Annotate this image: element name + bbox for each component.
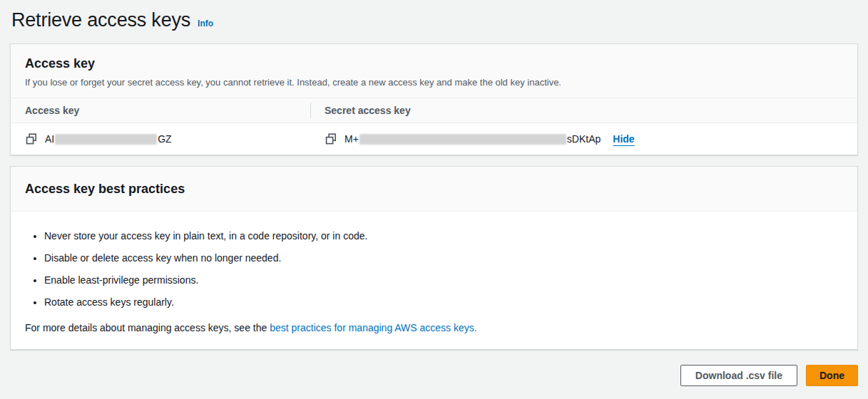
access-key-card-title: Access key xyxy=(25,56,843,71)
page-header: Retrieve access keys Info xyxy=(10,0,858,43)
secret-access-key-value: M+sDKtAp xyxy=(344,133,601,145)
best-practice-item: Enable least-privilege permissions. xyxy=(44,274,843,286)
access-key-card: Access key If you lose or forget your se… xyxy=(10,43,858,155)
best-practices-list: Never store your access key in plain tex… xyxy=(25,229,843,309)
best-practices-link[interactable]: best practices for managing AWS access k… xyxy=(270,322,477,333)
copy-secret-key-icon[interactable] xyxy=(325,133,337,145)
hide-secret-key-link[interactable]: Hide xyxy=(613,133,634,145)
best-practices-card-title: Access key best practices xyxy=(25,182,843,197)
more-details-prefix: For more details about managing access k… xyxy=(25,322,270,333)
key-table-header: Access key Secret access key xyxy=(11,98,857,123)
best-practices-card: Access key best practices Never store yo… xyxy=(10,166,858,350)
best-practice-item: Rotate access keys regularly. xyxy=(44,296,843,309)
best-practice-item: Never store your access key in plain tex… xyxy=(44,229,843,242)
copy-access-key-icon[interactable] xyxy=(25,133,38,145)
access-key-cell: AIGZ xyxy=(11,123,310,155)
best-practices-card-header: Access key best practices xyxy=(11,167,857,212)
secret-key-suffix: sDKtAp xyxy=(567,133,601,145)
access-key-prefix: AI xyxy=(45,133,54,145)
access-key-card-description: If you lose or forget your secret access… xyxy=(25,76,843,88)
secret-key-redacted-bar xyxy=(359,134,566,145)
page-title: Retrieve access keys xyxy=(11,9,190,31)
access-key-value: AIGZ xyxy=(45,133,172,145)
done-button[interactable]: Done xyxy=(806,365,858,386)
retrieve-access-keys-page: Retrieve access keys Info Access key If … xyxy=(0,0,868,386)
access-key-card-header: Access key If you lose or forget your se… xyxy=(11,44,857,98)
info-link[interactable]: Info xyxy=(198,19,213,28)
access-key-redacted-bar xyxy=(55,134,157,145)
download-csv-button[interactable]: Download .csv file xyxy=(680,365,797,386)
best-practice-item: Disable or delete access key when no lon… xyxy=(44,252,843,264)
secret-access-key-cell: M+sDKtAp Hide xyxy=(310,123,857,155)
access-key-suffix: GZ xyxy=(158,133,171,145)
key-table-row: AIGZ M+sDKtAp Hide xyxy=(11,123,857,155)
footer-actions: Download .csv file Done xyxy=(10,365,858,386)
more-details-text: For more details about managing access k… xyxy=(25,322,843,333)
secret-key-prefix: M+ xyxy=(344,133,359,145)
best-practices-card-body: Never store your access key in plain tex… xyxy=(11,212,857,349)
column-header-secret-access-key: Secret access key xyxy=(310,98,857,123)
column-header-access-key: Access key xyxy=(11,98,310,123)
